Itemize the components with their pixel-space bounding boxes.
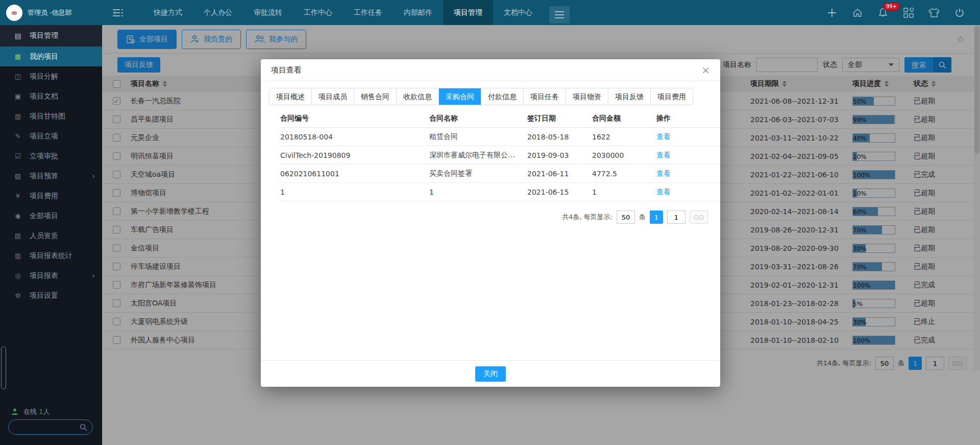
page-size-input[interactable] <box>617 210 635 224</box>
view-link[interactable]: 查看 <box>656 132 720 142</box>
sidebar-item-label: 项目预算 <box>30 172 58 181</box>
sidebar-item-icon: ◉ <box>13 212 22 220</box>
sidebar-item-人员资质[interactable]: ▤人员资质 <box>0 226 102 246</box>
contract-row: CivilTech-20190809深圳市赛威尔电子有限公司...2019-09… <box>280 146 720 165</box>
contract-col-header: 合同名称 <box>429 114 527 123</box>
more-menus-icon[interactable] <box>549 6 570 24</box>
sidebar-item-label: 项目报表 <box>30 271 58 280</box>
sidebar-item-icon: ⚙ <box>13 292 22 299</box>
tab-项目概述[interactable]: 项目概述 <box>270 88 312 105</box>
nav-item-个人办公[interactable]: 个人办公 <box>193 0 243 25</box>
apps-grid-icon[interactable] <box>902 7 915 19</box>
contract-no-cell: 20180518-004 <box>280 133 429 141</box>
contract-row: 112021-06-151查看 <box>280 183 720 201</box>
tab-采购合同[interactable]: 采购合同 <box>439 88 481 105</box>
sidebar-item-icon: ▤ <box>13 232 22 240</box>
view-link[interactable]: 查看 <box>656 169 720 178</box>
sidebar-item-项目立项[interactable]: ✎项目立项 <box>0 126 102 146</box>
home-icon[interactable] <box>851 7 864 19</box>
sidebar-item-项目甘特图[interactable]: ▥项目甘特图 <box>0 106 102 126</box>
sidebar-item-label: 人员资质 <box>30 231 58 241</box>
tab-项目成员[interactable]: 项目成员 <box>312 88 354 105</box>
sidebar-collapse-icon[interactable] <box>108 9 129 17</box>
contract-amount-cell: 2030000 <box>592 151 656 159</box>
contract-no-cell: 1 <box>280 188 429 196</box>
sidebar-item-label: 我的项目 <box>30 52 58 61</box>
chevron-right-icon: › <box>92 172 95 181</box>
sidebar-item-icon: ¥ <box>13 192 22 200</box>
contract-row: 20180518-004租赁合同2018-05-181622查看 <box>280 128 720 146</box>
contract-no-cell: 0620210611001 <box>280 170 429 178</box>
tab-项目费用[interactable]: 项目费用 <box>651 88 693 105</box>
online-unit: 人 <box>43 408 50 415</box>
tab-收款信息[interactable]: 收款信息 <box>397 88 439 105</box>
top-navigation: 快捷方式个人办公审批流转工作中心工作任务内部邮件项目管理文档中心 <box>143 0 543 25</box>
contract-amount-cell: 1622 <box>592 133 656 141</box>
sidebar-item-项目费用[interactable]: ¥项目费用 <box>0 186 102 206</box>
contract-name-cell: 1 <box>429 188 527 196</box>
theme-shirt-icon[interactable] <box>928 7 940 19</box>
modal-close-button[interactable]: 关闭 <box>475 366 506 382</box>
sidebar-item-立项审批[interactable]: ☑立项审批 <box>0 146 102 166</box>
sidebar-item-label: 项目费用 <box>30 192 58 201</box>
project-view-modal: 项目查看 × 项目概述项目成员销售合同收款信息采购合同付款信息项目任务项目物资项… <box>261 59 720 387</box>
current-page-button[interactable]: 1 <box>650 210 663 224</box>
contract-date-cell: 2018-05-18 <box>527 133 592 141</box>
current-user: 管理员 -信息部 <box>28 8 72 17</box>
tab-付款信息[interactable]: 付款信息 <box>481 88 524 105</box>
page-jump-input[interactable] <box>667 210 685 224</box>
sidebar-item-项目报表统计[interactable]: ▥项目报表统计 <box>0 246 102 266</box>
sidebar-item-label: 项目分解 <box>30 72 58 81</box>
nav-item-审批流转[interactable]: 审批流转 <box>243 0 293 25</box>
sidebar-item-label: 项目报表统计 <box>30 251 72 261</box>
contract-col-header: 合同金额 <box>592 114 656 123</box>
sidebar-collapse-handle[interactable] <box>1 346 6 389</box>
contract-table-header: 合同编号合同名称签订日期合同金额操作 <box>280 109 720 128</box>
add-icon[interactable] <box>826 7 838 19</box>
modal-pagination: 共4条, 每页显示: 条 1 GO <box>261 210 708 224</box>
sidebar-item-label: 立项审批 <box>30 152 58 161</box>
nav-item-快捷方式[interactable]: 快捷方式 <box>143 0 193 25</box>
chevron-right-icon: › <box>92 271 95 280</box>
sidebar-item-项目预算[interactable]: ▧项目预算› <box>0 166 102 186</box>
contract-date-cell: 2019-09-03 <box>527 151 592 159</box>
nav-item-工作中心[interactable]: 工作中心 <box>293 0 343 25</box>
contract-date-cell: 2021-06-11 <box>527 170 592 178</box>
tab-项目反馈[interactable]: 项目反馈 <box>608 88 651 105</box>
view-link[interactable]: 查看 <box>656 188 720 197</box>
tab-项目物资[interactable]: 项目物资 <box>566 88 608 105</box>
tab-项目任务[interactable]: 项目任务 <box>524 88 566 105</box>
company-logo[interactable]: ∞ <box>6 5 22 21</box>
sidebar-module-header: ▤ 项目管理 <box>0 25 102 46</box>
sidebar-item-icon: ▧ <box>13 172 22 180</box>
contract-name-cell: 买卖合同签署 <box>429 169 527 178</box>
modal-tabs: 项目概述项目成员销售合同收款信息采购合同付款信息项目任务项目物资项目反馈项目费用 <box>269 88 693 105</box>
contract-amount-cell: 4772.5 <box>592 170 656 178</box>
tab-销售合同[interactable]: 销售合同 <box>354 88 397 105</box>
sidebar-item-项目文档[interactable]: ▣项目文档 <box>0 86 102 106</box>
notifications-bell-icon[interactable]: 99+ <box>877 7 889 19</box>
sidebar-item-icon: ▥ <box>13 252 22 260</box>
logout-power-icon[interactable] <box>953 7 966 19</box>
go-button[interactable]: GO <box>690 210 708 224</box>
sidebar: ▤ 项目管理 ▦我的项目◫项目分解▣项目文档▥项目甘特图✎项目立项☑立项审批▧项… <box>0 25 102 445</box>
sidebar-item-label: 项目设置 <box>30 291 58 300</box>
nav-item-内部邮件[interactable]: 内部邮件 <box>393 0 443 25</box>
sidebar-item-项目报表[interactable]: ◎项目报表› <box>0 266 102 286</box>
sidebar-item-我的项目[interactable]: ▦我的项目 <box>0 46 102 66</box>
search-icon <box>80 424 87 431</box>
sidebar-item-全部项目[interactable]: ◉全部项目 <box>0 206 102 226</box>
sidebar-search-input[interactable] <box>8 419 93 435</box>
sidebar-item-项目设置[interactable]: ⚙项目设置 <box>0 286 102 306</box>
nav-item-文档中心[interactable]: 文档中心 <box>493 0 543 25</box>
topbar: ∞ 管理员 -信息部 快捷方式个人办公审批流转工作中心工作任务内部邮件项目管理文… <box>0 0 980 25</box>
contract-col-header: 操作 <box>656 114 720 123</box>
modal-header: 项目查看 × <box>261 59 720 81</box>
view-link[interactable]: 查看 <box>656 151 720 160</box>
contract-table: 合同编号合同名称签订日期合同金额操作 20180518-004租赁合同2018-… <box>261 109 720 201</box>
nav-item-项目管理[interactable]: 项目管理 <box>443 0 493 25</box>
sidebar-item-项目分解[interactable]: ◫项目分解 <box>0 66 102 86</box>
nav-item-工作任务[interactable]: 工作任务 <box>343 0 393 25</box>
modal-title: 项目查看 <box>271 65 302 75</box>
close-icon[interactable]: × <box>701 65 710 75</box>
